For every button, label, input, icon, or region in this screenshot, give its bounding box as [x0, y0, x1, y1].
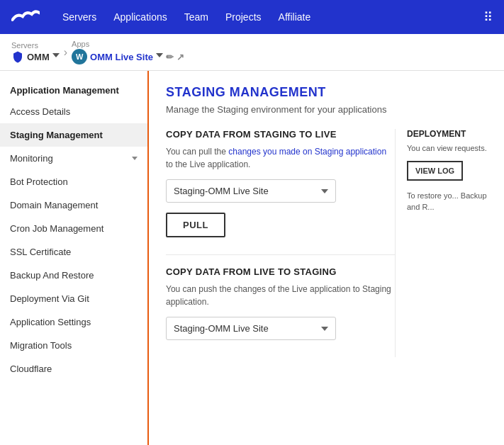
sidebar-label-deployment-via-git: Deployment Via Git [10, 293, 89, 304]
staging-to-live-section: COPY DATA FROM STAGING TO LIVE You can p… [166, 129, 487, 357]
breadcrumb-arrow: › [64, 46, 67, 59]
copy-staging-to-live-desc: You can pull the changes you made on Sta… [166, 145, 395, 171]
top-nav: Servers Applications Team Projects Affil… [0, 0, 504, 34]
edit-icon[interactable]: ✏ [166, 52, 174, 62]
external-link-icon[interactable]: ↗ [177, 52, 184, 62]
nav-team[interactable]: Team [184, 11, 208, 23]
sidebar-label-backup-and-restore: Backup And Restore [10, 270, 94, 281]
server-name: OMM [27, 52, 50, 62]
logo [11, 7, 40, 27]
sidebar-label-access-details: Access Details [10, 106, 70, 117]
sidebar-item-cron-job-management[interactable]: Cron Job Management [0, 217, 147, 240]
sidebar-section-title: Application Management [0, 79, 147, 100]
sidebar-item-bot-protection[interactable]: Bot Protection [0, 170, 147, 193]
main-layout: Application Management Access Details St… [0, 71, 504, 445]
sidebar-label-application-settings: Application Settings [10, 317, 91, 327]
copy-live-to-staging-desc: You can push the changes of the Live app… [166, 283, 395, 308]
server-dropdown[interactable] [52, 53, 60, 60]
sidebar-label-cron-job-management: Cron Job Management [10, 223, 103, 234]
sidebar-item-access-details[interactable]: Access Details [0, 100, 147, 123]
server-icon [11, 50, 24, 63]
sidebar-item-migration-tools[interactable]: Migration Tools [0, 334, 147, 357]
sidebar: Application Management Access Details St… [0, 71, 149, 445]
staging-to-live-main: COPY DATA FROM STAGING TO LIVE You can p… [166, 129, 395, 357]
grid-icon[interactable]: ⠿ [483, 9, 493, 25]
sidebar-label-domain-management: Domain Management [10, 200, 98, 210]
view-log-button[interactable]: VIEW LOG [407, 161, 463, 181]
sidebar-label-migration-tools: Migration Tools [10, 340, 72, 351]
copy-staging-to-live-heading: COPY DATA FROM STAGING TO LIVE [166, 129, 395, 140]
nav-projects[interactable]: Projects [225, 11, 262, 23]
copy-live-to-staging-heading: COPY DATA FROM LIVE TO STAGING [166, 266, 395, 277]
deployment-heading: DEPLOYMENT [407, 129, 487, 139]
section-divider [166, 254, 395, 255]
app-dropdown[interactable] [156, 53, 163, 60]
sidebar-label-ssl-certificate: SSL Certificate [10, 247, 71, 257]
deployment-desc: You can view requests. [407, 143, 487, 154]
page-title: STAGING MANAGEMENT [166, 85, 487, 100]
chevron-down-icon [132, 157, 138, 160]
sidebar-item-application-settings[interactable]: Application Settings [0, 310, 147, 334]
restore-note: To restore yo... Backup and R... [407, 191, 487, 213]
deployment-panel: DEPLOYMENT You can view requests. VIEW L… [395, 129, 487, 357]
apps-breadcrumb-label: Apps [72, 40, 184, 48]
sidebar-label-bot-protection: Bot Protection [10, 176, 68, 187]
pull-button[interactable]: PULL [166, 213, 225, 237]
apps-breadcrumb-section: Apps W OMM Live Site ✏ ↗ [72, 40, 184, 64]
servers-breadcrumb-section: Servers OMM [11, 41, 60, 63]
live-to-staging-select[interactable]: Staging-OMM Live Site [166, 317, 336, 340]
sidebar-item-deployment-via-git[interactable]: Deployment Via Git [0, 287, 147, 310]
nav-servers[interactable]: Servers [62, 11, 96, 23]
copy-staging-to-live-box: COPY DATA FROM STAGING TO LIVE You can p… [166, 129, 395, 237]
sidebar-item-staging-management[interactable]: Staging Management [0, 123, 147, 147]
sidebar-item-backup-and-restore[interactable]: Backup And Restore [0, 264, 147, 287]
sidebar-label-staging-management: Staging Management [10, 130, 103, 140]
live-dropdown-row: Staging-OMM Live Site [166, 317, 395, 340]
staging-to-live-select[interactable]: Staging-OMM Live Site [166, 179, 336, 203]
staging-dropdown-row: Staging-OMM Live Site [166, 179, 395, 203]
main-content: STAGING MANAGEMENT Manage the Staging en… [149, 71, 504, 445]
nav-affiliate[interactable]: Affiliate [279, 11, 311, 23]
sidebar-item-ssl-certificate[interactable]: SSL Certificate [0, 240, 147, 264]
apps-breadcrumb-value[interactable]: W OMM Live Site ✏ ↗ [72, 49, 184, 64]
wordpress-icon: W [72, 49, 87, 64]
copy-live-to-staging-box: COPY DATA FROM LIVE TO STAGING You can p… [166, 266, 395, 340]
desc-text-2: Live application. [189, 159, 250, 169]
page-subtitle: Manage the Staging environment for your … [166, 104, 487, 115]
sidebar-item-monitoring[interactable]: Monitoring [0, 147, 147, 170]
sidebar-item-domain-management[interactable]: Domain Management [0, 193, 147, 217]
servers-breadcrumb-value[interactable]: OMM [11, 50, 60, 63]
app-name[interactable]: OMM Live Site [90, 52, 153, 62]
nav-applications[interactable]: Applications [113, 11, 167, 23]
breadcrumb: Servers OMM › Apps W OMM Live Site ✏ ↗ [0, 34, 504, 71]
sidebar-item-cloudflare[interactable]: Cloudflare [0, 357, 147, 381]
sidebar-label-cloudflare: Cloudflare [10, 364, 52, 374]
sidebar-label-monitoring: Monitoring [10, 153, 53, 164]
servers-breadcrumb-label: Servers [11, 41, 60, 50]
